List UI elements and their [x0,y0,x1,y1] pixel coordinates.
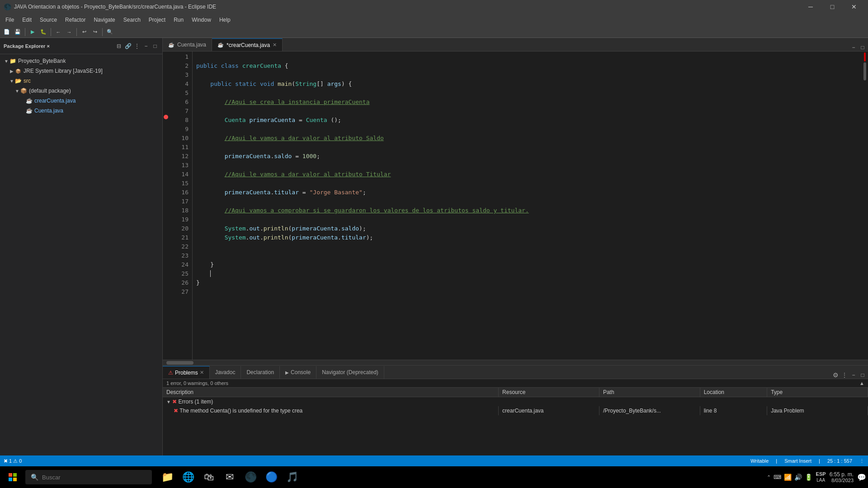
language-indicator[interactable]: ESP LAA [816,471,826,483]
menu-search[interactable]: Search [120,15,144,25]
taskbar-app-edge[interactable]: 🔵 [261,467,281,487]
tree-item-cuenta[interactable]: ☕ Cuenta.java [0,106,162,116]
error-gutter [163,52,169,360]
code-line-2: public class crearCuenta { [196,61,858,70]
status-right: Writable | Smart Insert | 25 : 1 : 557 ⋮ [750,458,864,464]
title-bar: 🌑 JAVA Orientacion a objetos - Proyecto_… [0,0,868,14]
horizontal-scrollbar[interactable] [163,360,868,365]
tab-javadoc[interactable]: Javadoc [210,366,241,379]
clock[interactable]: 6:55 p. m. 8/03/2023 [830,471,854,483]
title-bar-controls[interactable]: ─ □ ✕ [800,0,864,14]
tab-close-crearCuenta[interactable]: ✕ [273,42,277,48]
view-menu-button[interactable]: ⋮ [133,42,141,50]
group-expand-icon[interactable]: ▼ [166,399,171,404]
taskbar-app-eclipse[interactable]: 🌑 [241,467,260,487]
tab-problems[interactable]: ⚠ Problems ✕ [163,366,210,379]
title-bar-left: 🌑 JAVA Orientacion a objetos - Proyecto_… [4,3,216,10]
jre-icon: 📦 [14,67,22,75]
taskbar-app-files[interactable]: 📁 [157,467,177,487]
error-row-0[interactable]: ✖ The method Cuenta() is undefined for t… [163,406,868,415]
menu-run[interactable]: Run [170,15,187,25]
line-numbers: 12345 678910 1112131415 1617181920 21222… [169,52,193,360]
code-editor[interactable]: public class crearCuenta { public static… [193,52,862,360]
code-line-13 [196,161,858,170]
java-file-icon-cuenta: ☕ [25,107,33,114]
taskbar-app-spotify[interactable]: 🎵 [282,467,302,487]
error-group-cell[interactable]: ▼ ✖ Errors (1 item) [163,397,868,407]
tab-navigator[interactable]: Navigator (Deprecated) [316,366,384,379]
chevron-up-icon[interactable]: ⌃ [767,474,771,480]
wifi-icon[interactable]: 📶 [784,474,792,481]
taskbar-app-mail[interactable]: ✉ [220,467,240,487]
problems-close[interactable]: ✕ [200,370,204,375]
tab-declaration[interactable]: Declaration [241,366,280,379]
tree-item-pkg[interactable]: ▼ 📦 (default package) [0,86,162,96]
tree-item-jre[interactable]: ▶ 📦 JRE System Library [JavaSE-19] [0,66,162,76]
problems-filter-button[interactable]: ⚙ [832,371,839,379]
notifications-icon[interactable]: 💬 [857,473,866,482]
svg-rect-0 [9,473,12,477]
editor-scrollbar[interactable] [862,52,868,360]
expand-arrow-pkg[interactable]: ▼ [14,89,20,94]
problems-minimize[interactable]: − [850,371,857,379]
menu-source[interactable]: Source [36,15,61,25]
tab-console[interactable]: ▶ Console [280,366,316,379]
editor-maximize-button[interactable]: □ [859,44,866,51]
back-button[interactable]: ← [53,27,63,37]
taskbar-app-store[interactable]: 🛍 [199,467,219,487]
new-button[interactable]: 📄 [2,27,12,37]
minimize-button[interactable]: ─ [800,0,821,14]
code-line-12: primeraCuenta.saldo = 1000; [196,152,858,161]
tab-crearCuenta[interactable]: ☕ *crearCuenta.java ✕ [212,38,283,51]
search-button[interactable]: 🔍 [105,27,115,37]
tree-item-crearCuenta[interactable]: ☕ crearCuenta.java [0,96,162,106]
volume-icon[interactable]: 🔊 [794,474,802,481]
expand-arrow-src[interactable]: ▼ [9,79,14,84]
redo-button[interactable]: ↪ [90,27,100,37]
problems-maximize[interactable]: □ [859,371,866,379]
status-sep-2: | [819,458,820,464]
expand-arrow-project[interactable]: ▼ [4,59,9,64]
menu-refactor[interactable]: Refactor [61,15,89,25]
menu-edit[interactable]: Edit [19,15,35,25]
menu-file[interactable]: File [2,15,18,25]
status-menu-icon[interactable]: ⋮ [859,458,864,464]
tree-item-src[interactable]: ▼ 📂 src [0,76,162,86]
menu-window[interactable]: Window [188,15,215,25]
error-group-row[interactable]: ▼ ✖ Errors (1 item) [163,397,868,407]
crearCuenta-label: crearCuenta.java [34,98,75,104]
save-button[interactable]: 💾 [13,27,23,37]
debug-button[interactable]: 🐛 [38,27,48,37]
menu-help[interactable]: Help [216,15,234,25]
menu-project[interactable]: Project [145,15,169,25]
taskbar-app-browser[interactable]: 🌐 [178,467,198,487]
tab-label-crearCuenta: *crearCuenta.java [226,42,270,48]
collapse-all-button[interactable]: ⊟ [115,42,123,50]
java-file-icon-crearCuenta: ☕ [25,97,33,104]
link-button[interactable]: 🔗 [124,42,132,50]
tab-cuenta[interactable]: ☕ Cuenta.java [163,38,212,51]
taskbar-search-input[interactable] [42,474,146,481]
tree-item-project[interactable]: ▼ 📁 Proyecto_ByteBank [0,56,162,66]
close-button[interactable]: ✕ [844,0,864,14]
undo-button[interactable]: ↩ [79,27,89,37]
maximize-button[interactable]: □ [822,0,843,14]
editor-minimize-button[interactable]: − [850,44,857,51]
minimize-panel-button[interactable]: − [142,42,150,50]
maximize-panel-button[interactable]: □ [151,42,159,50]
taskbar-search-box[interactable]: 🔍 [25,470,152,484]
run-button[interactable]: ▶ [28,27,38,37]
tab-icon-cuenta: ☕ [168,42,175,48]
h-scroll-thumb[interactable] [166,361,193,365]
forward-button[interactable]: → [64,27,74,37]
expand-arrow-jre[interactable]: ▶ [9,69,14,74]
battery-icon: 🔋 [805,474,812,481]
project-icon: 📁 [9,57,16,65]
menu-navigate[interactable]: Navigate [90,15,118,25]
collapse-icon[interactable]: ▲ [859,380,864,386]
scroll-thumb[interactable] [863,62,866,80]
problems-view-menu[interactable]: ⋮ [841,371,848,379]
editor-area: ☕ Cuenta.java ☕ *crearCuenta.java ✕ − □ [163,38,868,455]
start-button[interactable] [2,466,24,488]
status-left: ✖ 1 ⚠ 0 [4,458,22,464]
